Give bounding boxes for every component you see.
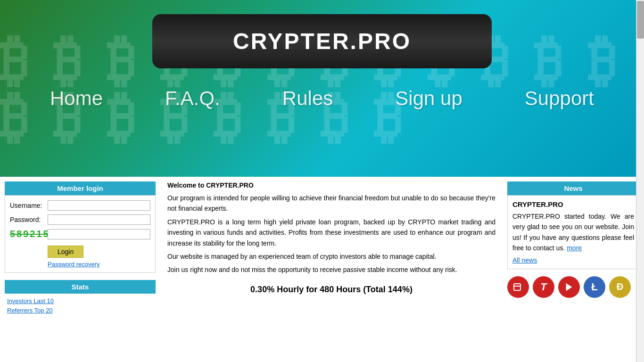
center-content: Welcome to CRYPTER.PRO Our program is in… <box>160 177 503 362</box>
welcome-para-3: Our website is managed by an experienced… <box>167 251 495 262</box>
welcome-para-2: CRYPTER.PRO is a long term high yield pr… <box>167 217 495 248</box>
password-input[interactable] <box>48 214 150 225</box>
investors-link[interactable]: Investors Last 10 <box>7 297 153 304</box>
welcome-title: Welcome to CRYPTER.PRO <box>167 181 495 189</box>
stats-section: Stats Investors Last 10 Referrers Top 20 <box>5 280 156 320</box>
nav-faq[interactable]: F.A.Q. <box>165 87 220 110</box>
stats-title: Stats <box>5 280 156 294</box>
password-label: Password: <box>10 216 48 223</box>
right-sidebar: News CRYPTER.PRO CRYPTER.PRO started tod… <box>503 177 644 303</box>
scrollbar[interactable] <box>636 0 644 362</box>
captcha-value: 589215 <box>10 229 48 239</box>
captcha-row: 589215 <box>10 229 150 239</box>
password-row: Password: <box>10 214 150 225</box>
stats-links: Investors Last 10 Referrers Top 20 <box>5 294 156 320</box>
crypto-pm-icon[interactable] <box>507 276 529 298</box>
navigation: Home F.A.Q. Rules Sign up Support <box>0 87 644 110</box>
nav-home[interactable]: Home <box>50 87 103 110</box>
password-recovery-link[interactable]: Password recovery <box>48 261 150 268</box>
banner: ₿ ₿ ₿ ₿ ₿ ₿ ₿ ₿ ₿ ₿ ₿ ₿ ₿ ₿ ₿ ₿ ₿ ₿ ₿ ₿ … <box>0 0 644 177</box>
nav-signup[interactable]: Sign up <box>395 87 462 110</box>
news-body: CRYPTER.PRO CRYPTER.PRO started today. W… <box>507 195 639 269</box>
login-section-title: Member login <box>5 181 156 195</box>
nav-support[interactable]: Support <box>525 87 594 110</box>
crypto-doge-icon[interactable]: Ð <box>609 276 631 298</box>
crypto-icons: T Ł Ð <box>507 276 639 298</box>
login-button[interactable]: Login <box>48 246 83 258</box>
news-content: CRYPTER.PRO started today. We are very g… <box>512 211 634 254</box>
crypto-tron2-icon[interactable] <box>558 276 580 298</box>
scrollbar-thumb[interactable] <box>637 1 644 39</box>
main-area: Member login Username: Password: 589215 … <box>0 177 644 362</box>
login-form: Username: Password: 589215 Login Passwor… <box>5 195 156 273</box>
referrers-link[interactable]: Referrers Top 20 <box>7 307 153 314</box>
welcome-para-1: Our program is intended for people willi… <box>167 193 495 214</box>
username-input[interactable] <box>48 200 150 211</box>
bottom-label: 0.30% Hourly for 480 Hours (Total 144%) <box>167 285 495 295</box>
welcome-text: Our program is intended for people willi… <box>167 193 495 275</box>
news-more-link[interactable]: more <box>567 244 582 252</box>
svg-marker-2 <box>566 283 572 291</box>
username-row: Username: <box>10 200 150 211</box>
left-sidebar: Member login Username: Password: 589215 … <box>0 177 160 325</box>
logo-box: CRYPTER.PRO <box>152 14 492 68</box>
all-news-link[interactable]: All news <box>512 256 634 264</box>
captcha-input[interactable] <box>48 229 150 239</box>
nav-rules[interactable]: Rules <box>282 87 333 110</box>
username-label: Username: <box>10 202 48 209</box>
crypto-ltc-icon[interactable]: Ł <box>584 276 605 298</box>
svg-rect-1 <box>514 286 520 287</box>
news-site-name: CRYPTER.PRO <box>512 200 634 208</box>
crypto-tron-icon[interactable]: T <box>533 276 554 298</box>
site-title: CRYPTER.PRO <box>233 29 411 54</box>
svg-rect-0 <box>514 284 520 290</box>
news-title: News <box>507 181 639 195</box>
welcome-para-4: Join us right now and do not miss the op… <box>167 264 495 275</box>
